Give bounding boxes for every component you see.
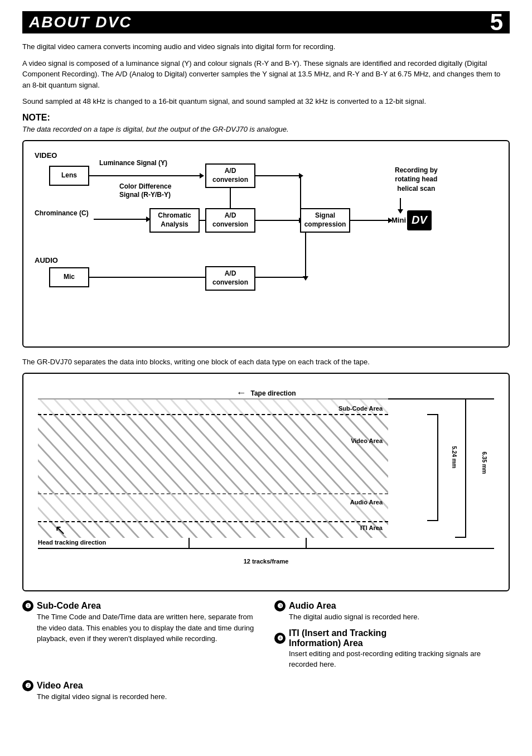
chromatic-analysis-box: ChromaticAnalysis: [149, 208, 200, 233]
audio-area-label: Audio Area: [350, 499, 383, 505]
dv-logo: DV: [407, 210, 432, 230]
video-area-label: Video Area: [351, 437, 383, 444]
section-2-number: ❷: [22, 680, 33, 691]
ad2-box: A/Dconversion: [205, 208, 255, 233]
arrow-ad2-compress: [255, 220, 300, 221]
section-4-desc: Insert editing and post-recording editin…: [274, 648, 510, 670]
dim2-bracket: [455, 398, 466, 538]
signal-flow-diagram: VIDEO AUDIO Lens Luminance Signal (Y) Co…: [22, 140, 510, 348]
lens-box: Lens: [49, 166, 89, 186]
iti-area-label: ITI Area: [360, 524, 383, 531]
section-3-number: ❸: [274, 600, 286, 611]
section-4-title: ❹ ITI (Insert and TrackingInformation) A…: [274, 628, 510, 648]
arrow-lens-ad1: [89, 175, 201, 176]
middle-text: The GR-DVJ70 separates the data into blo…: [22, 357, 510, 368]
ad3-box: A/Dconversion: [205, 266, 255, 291]
arrow-ad3-right: [255, 277, 306, 278]
luminance-label: Luminance Signal (Y): [99, 159, 167, 167]
section-1-desc: The Time Code and Date/Time data are wri…: [22, 611, 258, 644]
paragraph-1: The digital video camera converts incomi…: [22, 41, 510, 52]
arrow-ad1-right: [255, 175, 300, 176]
section-2: ❷ Video Area The digital video signal is…: [22, 680, 258, 702]
section-2-desc: The digital video signal is recorded her…: [22, 691, 258, 702]
arrow-dv-up: [400, 198, 401, 210]
page-number: 5: [490, 11, 503, 34]
ad1-box: A/Dconversion: [205, 163, 255, 188]
tape-direction: ← Tape direction: [236, 387, 296, 399]
section-1: ❶ Sub-Code Area The Time Code and Date/T…: [22, 600, 258, 670]
arrow-chroma-analysis: [94, 219, 147, 220]
section-4-number: ❹: [274, 633, 286, 644]
paragraph-3: Sound sampled at 48 kHz is changed to a …: [22, 96, 510, 107]
tracks-label: 12 tracks/frame: [244, 558, 289, 565]
section-3-desc: The digital audio signal is recorded her…: [274, 611, 510, 623]
head-tracking-arrow: ↖: [55, 522, 66, 538]
paragraph-2: A video signal is composed of a luminanc…: [22, 58, 510, 91]
tape-bottom-line: [38, 548, 494, 549]
dim2-label: 6.35 mm: [481, 451, 487, 474]
section-1-title-text: Sub-Code Area: [37, 601, 101, 611]
tape-diagram-box: ← Tape direction: [22, 373, 510, 591]
arrow-v-connect: [230, 188, 231, 208]
sub-code-area-label: Sub-Code Area: [338, 405, 383, 412]
section-1-title: ❶ Sub-Code Area: [22, 600, 258, 611]
arrow-right-down: [300, 175, 301, 209]
page-title: ABOUT DVC: [29, 13, 132, 31]
section-4-title-text: ITI (Insert and TrackingInformation) Are…: [289, 628, 386, 648]
svg-rect-4: [38, 493, 388, 521]
tracks-line-right: [306, 538, 307, 549]
page-header: ABOUT DVC 5: [22, 11, 510, 33]
note-section: NOTE: The data recorded on a tape is dig…: [22, 113, 510, 133]
tape-stripes-svg: [38, 398, 388, 538]
section-3-title: ❸ Audio Area: [274, 600, 510, 611]
section-3-title-text: Audio Area: [289, 601, 336, 611]
section-3: ❸ Audio Area The digital audio signal is…: [274, 600, 510, 670]
arrow-mic-ad3: [89, 277, 206, 278]
signal-diagram-inner: VIDEO AUDIO Lens Luminance Signal (Y) Co…: [32, 149, 500, 339]
video-section-label: VIDEO: [35, 151, 57, 160]
svg-rect-3: [38, 398, 388, 414]
chrominance-label: Chrominance (C): [35, 209, 89, 217]
signal-compression-box: Signalcompression: [300, 208, 350, 233]
tape-diagram-inner: ← Tape direction: [32, 382, 500, 582]
section-2-title: ❷ Video Area: [22, 680, 258, 691]
note-heading: NOTE:: [22, 113, 510, 123]
sections-grid: ❶ Sub-Code Area The Time Code and Date/T…: [22, 600, 510, 706]
dim1-bracket: [427, 414, 438, 521]
note-text: The data recorded on a tape is digital, …: [22, 125, 510, 133]
head-tracking-label: Head tracking direction: [38, 539, 106, 546]
mic-box: Mic: [49, 267, 89, 287]
tracks-line-left: [188, 538, 190, 549]
section-1-number: ❶: [22, 600, 33, 611]
section-2-title-text: Video Area: [37, 681, 83, 691]
arrow-ad3-up: [305, 233, 306, 277]
arrow-compress-dv: [350, 220, 389, 221]
recording-label: Recording byrotating headhelical scan: [395, 166, 438, 194]
color-diff-label: Color DifferenceSignal (R-Y/B-Y): [119, 182, 171, 200]
audio-section-label: AUDIO: [35, 256, 58, 264]
